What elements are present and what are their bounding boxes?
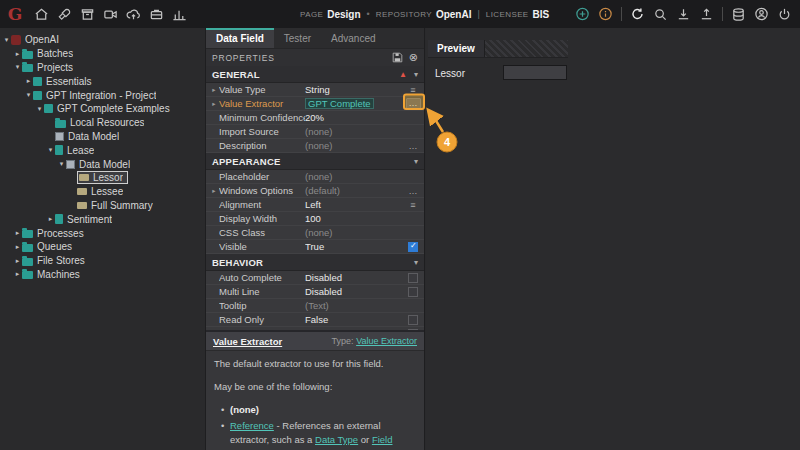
preview-lessor-input[interactable] <box>503 65 567 80</box>
refresh-icon[interactable] <box>630 7 645 22</box>
batch-box-icon[interactable] <box>80 7 95 22</box>
property-value[interactable]: Disabled <box>305 272 402 283</box>
property-row-css-class[interactable]: CSS Class (none) <box>206 226 424 240</box>
menu-icon[interactable]: ≡ <box>402 200 424 210</box>
bar-chart-icon[interactable] <box>172 7 187 22</box>
checkbox[interactable] <box>408 315 418 325</box>
property-value[interactable]: (none) <box>305 171 402 182</box>
expander-icon[interactable]: ▸ <box>13 270 22 278</box>
expander-icon[interactable]: ▸ <box>24 77 33 85</box>
tab-advanced[interactable]: Advanced <box>321 28 385 48</box>
collapse-icon[interactable]: ▾ <box>414 157 418 166</box>
tree-item-batches[interactable]: ▸Batches <box>0 47 205 61</box>
tree-item-sentiment[interactable]: ▸Sentiment <box>0 212 205 226</box>
camera-icon[interactable] <box>103 7 118 22</box>
repository-value[interactable]: OpenAI <box>436 9 472 20</box>
property-row-multi-line[interactable]: Multi Line Disabled <box>206 285 424 299</box>
property-value[interactable]: String <box>305 84 402 95</box>
save-icon[interactable] <box>392 52 403 63</box>
property-row-placeholder[interactable]: Placeholder (none) <box>206 170 424 184</box>
checkbox[interactable] <box>408 273 418 283</box>
page-value[interactable]: Design <box>327 9 360 20</box>
property-row-value-type[interactable]: ▸ Value Type String ≡ <box>206 83 424 97</box>
section-header-general[interactable]: GENERAL ▲ ▾ <box>206 66 424 83</box>
tree-item-essentials[interactable]: ▸Essentials <box>0 74 205 88</box>
expander-icon[interactable]: ▸ <box>13 229 22 237</box>
property-value[interactable]: (Text) <box>305 300 402 311</box>
property-value[interactable]: Disabled <box>305 286 402 297</box>
property-value[interactable]: 20% <box>305 112 402 123</box>
data-type-link[interactable]: Data Type <box>315 434 358 445</box>
ellipsis-button[interactable]: … <box>406 98 421 109</box>
tab-data-field[interactable]: Data Field <box>206 28 274 48</box>
ellipsis-icon[interactable]: … <box>402 141 424 151</box>
tree-item-lessee[interactable]: Lessee <box>0 185 205 199</box>
search-icon[interactable] <box>653 7 668 22</box>
upload-icon[interactable] <box>699 7 714 22</box>
section-header-behavior[interactable]: BEHAVIOR ▾ <box>206 254 424 271</box>
tree-item-full-summary[interactable]: Full Summary <box>0 199 205 213</box>
tab-preview[interactable]: Preview <box>428 40 485 57</box>
selected-tree-item[interactable]: Lessor <box>77 171 128 184</box>
info-circle-icon[interactable] <box>598 7 613 22</box>
close-icon[interactable]: ⊗ <box>409 52 418 63</box>
tree-item-local-resources[interactable]: Local Resources <box>0 116 205 130</box>
expander-icon[interactable]: ▾ <box>24 91 33 99</box>
property-value[interactable]: True <box>305 241 402 252</box>
expand-icon[interactable]: ▸ <box>209 187 219 195</box>
expander-icon[interactable]: ▸ <box>46 215 55 223</box>
expander-icon[interactable]: ▸ <box>13 257 22 265</box>
expand-icon[interactable]: ▸ <box>209 86 219 94</box>
section-header-appearance[interactable]: APPEARANCE ▾ <box>206 153 424 170</box>
menu-icon[interactable]: ≡ <box>402 85 424 95</box>
expander-icon[interactable]: ▾ <box>35 105 44 113</box>
expander-icon[interactable]: ▾ <box>46 146 55 154</box>
property-row-import-source[interactable]: Import Source (none) <box>206 125 424 139</box>
tree-item-gpt-complete-examples[interactable]: ▾GPT Complete Examples <box>0 102 205 116</box>
property-row-description[interactable]: Description (none) … <box>206 139 424 153</box>
collapse-icon[interactable]: ▾ <box>414 258 418 267</box>
expander-icon[interactable]: ▸ <box>13 243 22 251</box>
power-icon[interactable] <box>777 7 792 22</box>
briefcase-icon[interactable] <box>149 7 164 22</box>
tab-tester[interactable]: Tester <box>274 28 321 48</box>
property-row-read-only[interactable]: Read Only False <box>206 313 424 327</box>
database-icon[interactable] <box>731 7 746 22</box>
cloud-upload-icon[interactable] <box>126 7 141 22</box>
checkbox-checked[interactable] <box>408 242 418 252</box>
expander-icon[interactable]: ▾ <box>13 63 22 71</box>
expander-icon[interactable]: ▸ <box>13 50 22 58</box>
property-value[interactable]: False <box>305 314 402 325</box>
add-circle-icon[interactable] <box>575 7 590 22</box>
tools-icon[interactable] <box>57 7 72 22</box>
expander-icon[interactable]: ▾ <box>57 160 66 168</box>
tree-item-openai[interactable]: ▾OpenAI <box>0 33 205 47</box>
property-row-minimum-confidence[interactable]: Minimum Confidence 20% <box>206 111 424 125</box>
property-row-windows-options[interactable]: ▸ Windows Options (default) … <box>206 184 424 198</box>
property-row-auto-complete[interactable]: Auto Complete Disabled <box>206 271 424 285</box>
download-icon[interactable] <box>676 7 691 22</box>
tree-item-file-stores[interactable]: ▸File Stores <box>0 254 205 268</box>
tree-item-data-model-nested[interactable]: ▾Data Model <box>0 157 205 171</box>
tree-item-lease[interactable]: ▾Lease <box>0 143 205 157</box>
property-value[interactable]: GPT Complete <box>305 98 374 109</box>
property-row-visible[interactable]: Visible True <box>206 240 424 254</box>
property-value[interactable]: (none) <box>305 140 402 151</box>
tree-item-gpt-integration-project[interactable]: ▾GPT Integration - Project <box>0 88 205 102</box>
property-value[interactable]: (default) <box>305 185 402 196</box>
property-row-alignment[interactable]: Alignment Left ≡ <box>206 198 424 212</box>
property-value[interactable]: 100 <box>305 213 402 224</box>
checkbox[interactable] <box>408 287 418 297</box>
expand-icon[interactable]: ▸ <box>209 100 219 108</box>
property-value[interactable]: Left <box>305 199 402 210</box>
account-icon[interactable] <box>754 7 769 22</box>
tree-item-lessor[interactable]: Lessor <box>0 171 205 185</box>
app-logo[interactable]: G <box>0 0 30 28</box>
tree-item-data-model[interactable]: Data Model <box>0 130 205 144</box>
expander-icon[interactable]: ▾ <box>2 36 11 44</box>
ellipsis-icon[interactable]: … <box>402 186 424 196</box>
property-row-display-width[interactable]: Display Width 100 <box>206 212 424 226</box>
reference-link[interactable]: Reference <box>230 420 274 431</box>
tree-item-projects[interactable]: ▾Projects <box>0 61 205 75</box>
collapse-icon[interactable]: ▾ <box>414 70 418 79</box>
